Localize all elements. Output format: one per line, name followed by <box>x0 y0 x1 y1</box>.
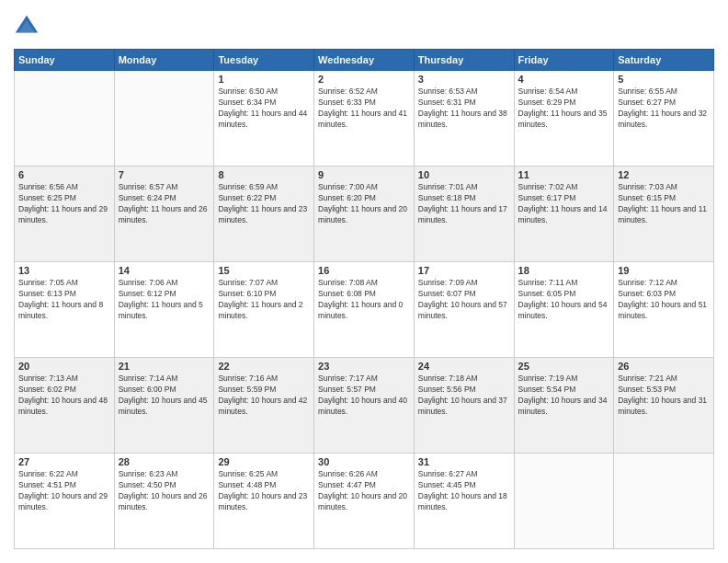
calendar-week-2: 6Sunrise: 6:56 AM Sunset: 6:25 PM Daylig… <box>15 167 714 262</box>
calendar-cell <box>15 71 115 167</box>
day-number: 18 <box>518 265 610 276</box>
day-number: 15 <box>218 265 310 276</box>
calendar-cell: 29Sunrise: 6:25 AM Sunset: 4:48 PM Dayli… <box>214 454 314 549</box>
day-number: 20 <box>18 361 110 372</box>
day-info: Sunrise: 7:16 AM Sunset: 5:59 PM Dayligh… <box>218 373 310 418</box>
day-info: Sunrise: 6:59 AM Sunset: 6:22 PM Dayligh… <box>218 182 310 226</box>
day-number: 6 <box>18 169 110 180</box>
calendar-cell: 31Sunrise: 6:27 AM Sunset: 4:45 PM Dayli… <box>414 454 514 549</box>
calendar-cell: 8Sunrise: 6:59 AM Sunset: 6:22 PM Daylig… <box>214 167 314 262</box>
day-info: Sunrise: 7:18 AM Sunset: 5:56 PM Dayligh… <box>418 373 510 418</box>
day-number: 13 <box>18 265 110 276</box>
day-number: 21 <box>119 361 210 372</box>
calendar-cell: 1Sunrise: 6:50 AM Sunset: 6:34 PM Daylig… <box>214 71 314 167</box>
calendar-cell: 27Sunrise: 6:22 AM Sunset: 4:51 PM Dayli… <box>15 454 115 549</box>
day-info: Sunrise: 7:21 AM Sunset: 5:53 PM Dayligh… <box>618 373 710 418</box>
calendar-cell: 14Sunrise: 7:06 AM Sunset: 6:12 PM Dayli… <box>114 262 214 358</box>
day-info: Sunrise: 7:00 AM Sunset: 6:20 PM Dayligh… <box>318 182 410 226</box>
day-number: 9 <box>318 169 410 180</box>
calendar-cell: 25Sunrise: 7:19 AM Sunset: 5:54 PM Dayli… <box>514 358 614 454</box>
calendar-cell: 12Sunrise: 7:03 AM Sunset: 6:15 PM Dayli… <box>614 167 714 262</box>
day-info: Sunrise: 7:17 AM Sunset: 5:57 PM Dayligh… <box>318 373 410 418</box>
calendar-cell: 24Sunrise: 7:18 AM Sunset: 5:56 PM Dayli… <box>414 358 514 454</box>
day-info: Sunrise: 7:08 AM Sunset: 6:08 PM Dayligh… <box>318 278 410 322</box>
day-of-week-thursday: Thursday <box>414 50 514 71</box>
calendar-cell: 30Sunrise: 6:26 AM Sunset: 4:47 PM Dayli… <box>314 454 415 549</box>
calendar-cell: 20Sunrise: 7:13 AM Sunset: 6:02 PM Dayli… <box>15 358 115 454</box>
day-number: 3 <box>418 74 510 85</box>
calendar-week-3: 13Sunrise: 7:05 AM Sunset: 6:13 PM Dayli… <box>15 262 714 358</box>
day-number: 30 <box>318 456 410 467</box>
day-info: Sunrise: 6:25 AM Sunset: 4:48 PM Dayligh… <box>218 469 310 513</box>
calendar-cell: 4Sunrise: 6:54 AM Sunset: 6:29 PM Daylig… <box>514 71 614 167</box>
day-info: Sunrise: 7:11 AM Sunset: 6:05 PM Dayligh… <box>518 278 610 322</box>
day-info: Sunrise: 6:52 AM Sunset: 6:33 PM Dayligh… <box>318 86 410 131</box>
day-number: 2 <box>318 74 410 85</box>
calendar-cell: 28Sunrise: 6:23 AM Sunset: 4:50 PM Dayli… <box>114 454 214 549</box>
day-number: 1 <box>218 74 310 85</box>
day-number: 19 <box>618 265 710 276</box>
day-number: 26 <box>618 361 710 372</box>
day-number: 28 <box>119 456 210 467</box>
header <box>14 14 714 40</box>
day-info: Sunrise: 6:23 AM Sunset: 4:50 PM Dayligh… <box>119 469 210 513</box>
day-of-week-monday: Monday <box>114 50 214 71</box>
day-number: 24 <box>418 361 510 372</box>
calendar-cell: 2Sunrise: 6:52 AM Sunset: 6:33 PM Daylig… <box>314 71 415 167</box>
day-info: Sunrise: 7:06 AM Sunset: 6:12 PM Dayligh… <box>119 278 210 322</box>
day-info: Sunrise: 6:53 AM Sunset: 6:31 PM Dayligh… <box>418 86 510 131</box>
calendar-cell: 21Sunrise: 7:14 AM Sunset: 6:00 PM Dayli… <box>114 358 214 454</box>
calendar-cell: 7Sunrise: 6:57 AM Sunset: 6:24 PM Daylig… <box>114 167 214 262</box>
calendar-cell: 11Sunrise: 7:02 AM Sunset: 6:17 PM Dayli… <box>514 167 614 262</box>
page: SundayMondayTuesdayWednesdayThursdayFrid… <box>0 0 728 563</box>
day-number: 14 <box>119 265 210 276</box>
calendar-header-row: SundayMondayTuesdayWednesdayThursdayFrid… <box>15 50 714 71</box>
calendar-cell: 13Sunrise: 7:05 AM Sunset: 6:13 PM Dayli… <box>15 262 115 358</box>
day-of-week-tuesday: Tuesday <box>214 50 314 71</box>
day-info: Sunrise: 7:01 AM Sunset: 6:18 PM Dayligh… <box>418 182 510 226</box>
day-info: Sunrise: 7:03 AM Sunset: 6:15 PM Dayligh… <box>618 182 710 226</box>
day-number: 8 <box>218 169 310 180</box>
day-info: Sunrise: 7:19 AM Sunset: 5:54 PM Dayligh… <box>518 373 610 418</box>
day-number: 29 <box>218 456 310 467</box>
day-info: Sunrise: 6:54 AM Sunset: 6:29 PM Dayligh… <box>518 86 610 131</box>
calendar-cell <box>614 454 714 549</box>
day-number: 31 <box>418 456 510 467</box>
day-info: Sunrise: 7:14 AM Sunset: 6:00 PM Dayligh… <box>119 373 210 418</box>
day-of-week-wednesday: Wednesday <box>314 50 415 71</box>
calendar-cell: 18Sunrise: 7:11 AM Sunset: 6:05 PM Dayli… <box>514 262 614 358</box>
day-number: 11 <box>518 169 610 180</box>
calendar-cell: 3Sunrise: 6:53 AM Sunset: 6:31 PM Daylig… <box>414 71 514 167</box>
day-number: 16 <box>318 265 410 276</box>
day-info: Sunrise: 7:09 AM Sunset: 6:07 PM Dayligh… <box>418 278 510 322</box>
day-of-week-saturday: Saturday <box>614 50 714 71</box>
calendar-week-4: 20Sunrise: 7:13 AM Sunset: 6:02 PM Dayli… <box>15 358 714 454</box>
day-number: 25 <box>518 361 610 372</box>
calendar-cell <box>114 71 214 167</box>
day-of-week-friday: Friday <box>514 50 614 71</box>
calendar-cell: 26Sunrise: 7:21 AM Sunset: 5:53 PM Dayli… <box>614 358 714 454</box>
calendar-cell: 17Sunrise: 7:09 AM Sunset: 6:07 PM Dayli… <box>414 262 514 358</box>
calendar-cell: 22Sunrise: 7:16 AM Sunset: 5:59 PM Dayli… <box>214 358 314 454</box>
day-number: 17 <box>418 265 510 276</box>
calendar-cell: 23Sunrise: 7:17 AM Sunset: 5:57 PM Dayli… <box>314 358 415 454</box>
day-number: 22 <box>218 361 310 372</box>
day-number: 7 <box>119 169 210 180</box>
day-info: Sunrise: 6:55 AM Sunset: 6:27 PM Dayligh… <box>618 86 710 131</box>
day-info: Sunrise: 6:22 AM Sunset: 4:51 PM Dayligh… <box>18 469 110 513</box>
calendar-cell: 19Sunrise: 7:12 AM Sunset: 6:03 PM Dayli… <box>614 262 714 358</box>
logo <box>14 14 43 40</box>
day-number: 4 <box>518 74 610 85</box>
calendar-cell: 9Sunrise: 7:00 AM Sunset: 6:20 PM Daylig… <box>314 167 415 262</box>
day-info: Sunrise: 6:50 AM Sunset: 6:34 PM Dayligh… <box>218 86 310 131</box>
day-info: Sunrise: 7:05 AM Sunset: 6:13 PM Dayligh… <box>18 278 110 322</box>
calendar-week-5: 27Sunrise: 6:22 AM Sunset: 4:51 PM Dayli… <box>15 454 714 549</box>
day-info: Sunrise: 7:07 AM Sunset: 6:10 PM Dayligh… <box>218 278 310 322</box>
calendar-cell <box>514 454 614 549</box>
day-info: Sunrise: 6:57 AM Sunset: 6:24 PM Dayligh… <box>119 182 210 226</box>
calendar-cell: 10Sunrise: 7:01 AM Sunset: 6:18 PM Dayli… <box>414 167 514 262</box>
day-number: 27 <box>18 456 110 467</box>
calendar-cell: 15Sunrise: 7:07 AM Sunset: 6:10 PM Dayli… <box>214 262 314 358</box>
calendar-cell: 16Sunrise: 7:08 AM Sunset: 6:08 PM Dayli… <box>314 262 415 358</box>
day-info: Sunrise: 6:26 AM Sunset: 4:47 PM Dayligh… <box>318 469 410 513</box>
